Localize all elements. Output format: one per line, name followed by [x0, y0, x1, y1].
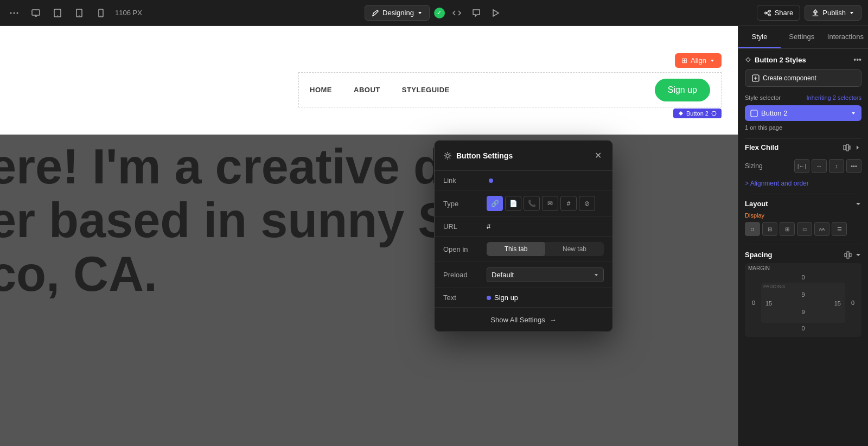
mobile-wide-view-button[interactable] [72, 5, 87, 21]
type-more-button[interactable]: ⊘ [579, 196, 595, 211]
main-area: ⊞ Align HOME ABOUT STYLEGUIDE Sign up Bu… [0, 26, 868, 446]
this-tab-option[interactable]: This tab [487, 242, 545, 256]
svg-marker-12 [493, 10, 499, 16]
panel-content: Button 2 Styles ••• Create component Sty… [738, 49, 868, 446]
section-title: Button 2 Styles [755, 56, 806, 64]
status-indicator: ✓ [434, 8, 445, 18]
tablet-view-button[interactable] [50, 5, 65, 21]
text-input[interactable] [494, 294, 604, 302]
mobile-view-button[interactable] [93, 5, 108, 21]
nav-bar: HOME ABOUT STYLEGUIDE Sign up [298, 72, 722, 107]
svg-point-2 [17, 12, 18, 14]
show-all-settings-button[interactable]: Show All Settings → [435, 308, 612, 332]
modal-preload-row: Preload Default [435, 262, 612, 288]
create-component-button[interactable]: Create component [745, 69, 861, 87]
type-email-button[interactable]: ✉ [542, 196, 558, 211]
modal-header: Button Settings ✕ [435, 141, 612, 171]
url-input[interactable] [487, 222, 604, 231]
modal-open-in-row: Open in This tab New tab [435, 237, 612, 262]
padding-bottom-value[interactable]: 9 [763, 308, 843, 321]
modal-close-button[interactable]: ✕ [592, 148, 604, 163]
padding-left-value[interactable]: 15 [763, 299, 774, 308]
type-link-button[interactable]: 🔗 [487, 196, 503, 211]
type-phone-button[interactable]: 📞 [524, 196, 540, 211]
display-icon-group: □ ⊟ ⊞ ▭ AA ☰ [745, 222, 861, 236]
sizing-stretch-v-button[interactable]: ↕ [829, 159, 844, 173]
canvas[interactable]: ⊞ Align HOME ABOUT STYLEGUIDE Sign up Bu… [0, 26, 738, 446]
display-flex-v-button[interactable]: ⊞ [780, 222, 795, 236]
sizing-more-button[interactable]: ••• [846, 159, 861, 173]
display-none-button[interactable]: ☰ [832, 222, 847, 236]
modal-type-row: Type 🔗 📄 📞 ✉ # ⊘ [435, 190, 612, 217]
svg-rect-28 [850, 253, 851, 257]
preview-button[interactable] [488, 5, 503, 21]
display-grid-button[interactable]: ▭ [797, 222, 812, 236]
svg-point-13 [768, 10, 770, 12]
display-flex-h-button[interactable]: ⊟ [762, 222, 777, 236]
hero-text: ere! I'm a creative d er based in sunny … [0, 140, 507, 301]
nav-about: ABOUT [354, 86, 380, 94]
sizing-shrink-button[interactable]: |←| [794, 159, 809, 173]
svg-rect-26 [845, 253, 846, 257]
preload-dropdown[interactable]: Default [487, 267, 604, 282]
sizing-area: Sizing |←| ↔ ↕ ••• > Alignment and order [745, 156, 861, 194]
modal-link-row: Link [435, 171, 612, 190]
nav-home: HOME [310, 86, 332, 94]
desktop-view-button[interactable] [28, 5, 43, 21]
modal-title: Button Settings [443, 151, 513, 160]
comment-button[interactable] [469, 5, 484, 21]
flex-child-icons [843, 144, 861, 151]
button-element-label: Button 2 [673, 109, 722, 118]
section-more-button[interactable]: ••• [853, 55, 861, 64]
spacing-header: Spacing [745, 251, 861, 259]
svg-point-7 [57, 15, 58, 16]
svg-rect-25 [849, 146, 850, 149]
svg-point-20 [446, 154, 449, 157]
panel-tabs: Style Settings Interactions [738, 26, 868, 49]
display-block-button[interactable]: □ [745, 222, 760, 236]
sizing-stretch-h-button[interactable]: ↔ [812, 159, 827, 173]
new-tab-option[interactable]: New tab [545, 242, 604, 256]
nav-styleguide: STYLEGUIDE [402, 86, 450, 94]
code-view-button[interactable] [449, 5, 464, 21]
margin-right-value[interactable]: 0 [847, 300, 858, 306]
type-file-button[interactable]: 📄 [505, 196, 521, 211]
spacing-section: Spacing MARGIN 0 0 PADDING [745, 245, 861, 342]
margin-bottom-value[interactable]: 0 [748, 323, 858, 334]
canvas-width-label: 1106 PX [115, 9, 142, 17]
svg-point-1 [14, 12, 15, 14]
tab-style[interactable]: Style [738, 26, 781, 48]
sizing-buttons: |←| ↔ ↕ ••• [794, 159, 861, 173]
right-panel: Style Settings Interactions Button 2 Sty… [738, 26, 868, 446]
padding-sides: 15 15 [763, 299, 843, 308]
align-button[interactable]: ⊞ Align [675, 53, 722, 68]
margin-sides: 0 PADDING 9 15 15 9 0 [748, 283, 858, 323]
mode-selector[interactable]: Designing [365, 5, 430, 21]
type-section-button[interactable]: # [560, 196, 577, 211]
margin-left-value[interactable]: 0 [748, 300, 759, 306]
flex-child-section[interactable]: Flex Child [745, 138, 861, 156]
svg-point-15 [768, 14, 770, 16]
style-selector-row: Style selector Inheriting 2 selectors [745, 94, 861, 101]
svg-rect-24 [846, 144, 848, 151]
layout-section: Layout Display □ ⊟ ⊞ ▭ AA ☰ [745, 194, 861, 245]
svg-line-16 [767, 13, 769, 14]
alignment-order-toggle[interactable]: > Alignment and order [745, 176, 861, 190]
spacing-box: MARGIN 0 0 PADDING 9 15 15 9 [745, 263, 861, 337]
signup-button[interactable]: Sign up [655, 79, 710, 101]
toolbar-right: Share Publish [757, 5, 861, 21]
publish-button[interactable]: Publish [805, 5, 861, 21]
more-menu-button[interactable] [7, 5, 22, 21]
style-selector-dropdown[interactable]: Button 2 [745, 105, 861, 121]
padding-box: PADDING 9 15 15 9 [761, 283, 845, 323]
toolbar: 1106 PX Designing ✓ Share Publish [0, 0, 868, 26]
tab-settings[interactable]: Settings [781, 26, 823, 48]
share-button[interactable]: Share [757, 5, 801, 21]
modal-text-row: Text [435, 288, 612, 308]
svg-rect-23 [844, 145, 846, 150]
type-icon-group: 🔗 📄 📞 ✉ # ⊘ [487, 196, 604, 211]
display-text-button[interactable]: AA [814, 222, 829, 236]
tab-interactions[interactable]: Interactions [823, 26, 868, 48]
padding-right-value[interactable]: 15 [832, 299, 843, 308]
svg-rect-3 [32, 10, 40, 15]
